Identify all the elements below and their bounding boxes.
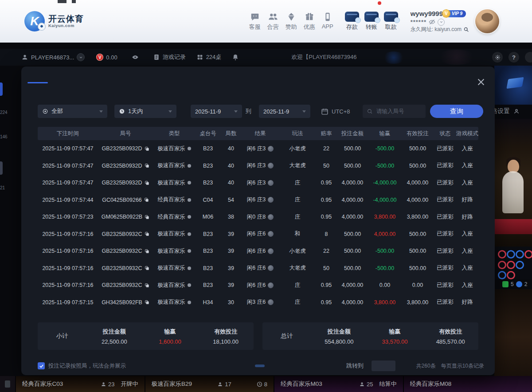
page-item[interactable] <box>283 365 293 367</box>
close-icon[interactable] <box>476 77 486 87</box>
date-to-picker[interactable]: 2025-11-9 <box>259 105 310 118</box>
copy-icon[interactable] <box>145 231 149 236</box>
brand-logo[interactable]: K 开云体育 Kaiyun.com <box>24 11 84 31</box>
bell-icon[interactable] <box>232 54 239 61</box>
quick-action[interactable]: 客服 <box>249 12 261 31</box>
round-id-cell: GH3425B092FB <box>98 299 153 306</box>
copy-icon[interactable] <box>145 146 149 151</box>
person-icon <box>359 381 365 387</box>
copy-icon[interactable] <box>145 215 149 220</box>
page-item[interactable] <box>227 365 236 367</box>
game-type-icon <box>188 147 191 150</box>
live-tables-bar: 经典百家乐C03 23 开牌中 极速百家乐B29 17 8 <box>0 376 532 392</box>
masked-balance: ****** <box>411 19 426 26</box>
chevron-down-icon[interactable] <box>438 19 445 26</box>
copy-icon[interactable] <box>145 266 149 270</box>
live-table-tile[interactable]: 经典百家乐M03 25 结算中 <box>274 376 403 392</box>
road-settings-link[interactable]: 路设置 <box>491 106 532 116</box>
copy-icon[interactable] <box>144 197 149 202</box>
winloss-cell: -4,000.00 <box>368 197 401 203</box>
copy-icon[interactable] <box>145 180 149 185</box>
copy-icon[interactable] <box>145 283 149 288</box>
more-icon[interactable] <box>525 52 532 63</box>
result-info-icon[interactable] <box>268 180 274 186</box>
table-row: 2025-11-09 07:57:47 GB2325B0932D 极速百家乐 B… <box>38 157 478 175</box>
merge-checkbox[interactable] <box>38 362 45 369</box>
magnifier-icon[interactable] <box>463 27 469 32</box>
result-info-icon[interactable] <box>268 282 274 288</box>
table-no-cell: B23 <box>196 282 220 288</box>
game-type-icon <box>188 283 191 287</box>
eye-off-icon[interactable] <box>429 19 435 25</box>
copy-icon[interactable] <box>145 300 149 305</box>
page-item[interactable] <box>241 365 250 367</box>
jump-input[interactable] <box>372 361 395 371</box>
caret-down-icon <box>302 110 306 113</box>
total-amount: 554,800.00 <box>311 338 367 345</box>
round-search-input[interactable] <box>376 108 422 115</box>
page-item[interactable] <box>297 365 307 367</box>
wallet-action[interactable]: 存款 <box>345 12 359 31</box>
page-item[interactable] <box>212 365 222 367</box>
gear-icon[interactable] <box>492 52 503 63</box>
person-icon <box>21 54 28 61</box>
page-item[interactable] <box>255 365 265 367</box>
live-table-tile[interactable]: 极速百家乐B29 17 8 <box>145 376 274 392</box>
wallet-action[interactable]: 取款 <box>384 12 398 31</box>
time-range-select[interactable]: 1天内 <box>114 105 176 118</box>
quick-action[interactable]: 合营 <box>267 12 279 31</box>
live-table-tile[interactable]: 经典百家乐M08 <box>403 376 532 392</box>
quick-action[interactable]: APP <box>322 12 333 31</box>
page-item[interactable] <box>198 365 208 367</box>
result-cell: 闲3 庄6 <box>242 298 279 306</box>
balance-display[interactable]: V 0.00 <box>96 54 117 61</box>
bet-records-modal: 全部 1天内 2025-11-9 到 2025-11-9 UTC+8 查询 <box>21 67 495 375</box>
page-item[interactable] <box>312 365 321 367</box>
game-type-icon <box>188 232 191 236</box>
result-info-icon[interactable] <box>268 146 274 152</box>
timezone-display[interactable]: UTC+8 <box>321 105 350 118</box>
page-item[interactable] <box>269 365 279 367</box>
round-id-cell: GB2325B0932C <box>98 248 153 254</box>
result-info-icon[interactable] <box>268 197 274 203</box>
winloss-cell: 0.00 <box>368 282 401 288</box>
wallet-action[interactable]: 转账 <box>364 12 379 31</box>
header-cell: 结果 <box>242 130 279 137</box>
result-info-icon[interactable] <box>268 248 274 254</box>
category-select[interactable]: 全部 <box>38 105 107 118</box>
quick-action[interactable]: 赞助 <box>286 12 297 31</box>
copy-icon[interactable] <box>145 249 149 254</box>
header-cell: 桌台号 <box>196 130 220 137</box>
page-item[interactable] <box>326 365 336 367</box>
logo-monogram: K <box>24 11 45 31</box>
table-no-cell: B23 <box>196 163 220 169</box>
result-info-icon[interactable] <box>268 299 274 305</box>
help-icon[interactable]: ? <box>509 52 519 63</box>
subtotal-amount-label: 投注金额 <box>86 328 142 336</box>
result-info-icon[interactable] <box>268 214 274 220</box>
avatar[interactable] <box>475 9 499 33</box>
result-info-icon[interactable] <box>268 231 274 237</box>
player-menu[interactable]: PLAYER46873... <box>21 53 85 61</box>
game-records-link[interactable]: 游戏记录 <box>153 53 186 61</box>
query-button[interactable]: 查询 <box>430 105 483 118</box>
result-cell: 闲6 庄6 <box>242 230 279 238</box>
total-label: 总计 <box>262 332 311 340</box>
wallet-badge-icon <box>355 17 361 23</box>
page-item[interactable] <box>184 365 194 367</box>
quick-action-label: 客服 <box>249 23 261 31</box>
round-search[interactable] <box>363 105 426 118</box>
chevron-down-icon[interactable] <box>77 53 85 61</box>
eye-icon[interactable] <box>132 54 139 61</box>
round-id-cell: GM0625B0922B <box>98 214 153 220</box>
result-info-icon[interactable] <box>268 265 274 271</box>
tables-count-label: 224桌 <box>206 53 222 61</box>
quick-action[interactable]: 优惠 <box>304 12 315 31</box>
result-info-icon[interactable] <box>268 163 274 169</box>
date-from-picker[interactable]: 2025-11-9 <box>191 105 242 118</box>
tables-count[interactable]: 224桌 <box>196 53 222 61</box>
copy-icon[interactable] <box>145 163 149 168</box>
game-type-icon <box>188 301 191 304</box>
wallet-badge-icon <box>375 17 380 23</box>
live-table-tile[interactable]: 经典百家乐C03 23 开牌中 <box>15 376 145 392</box>
